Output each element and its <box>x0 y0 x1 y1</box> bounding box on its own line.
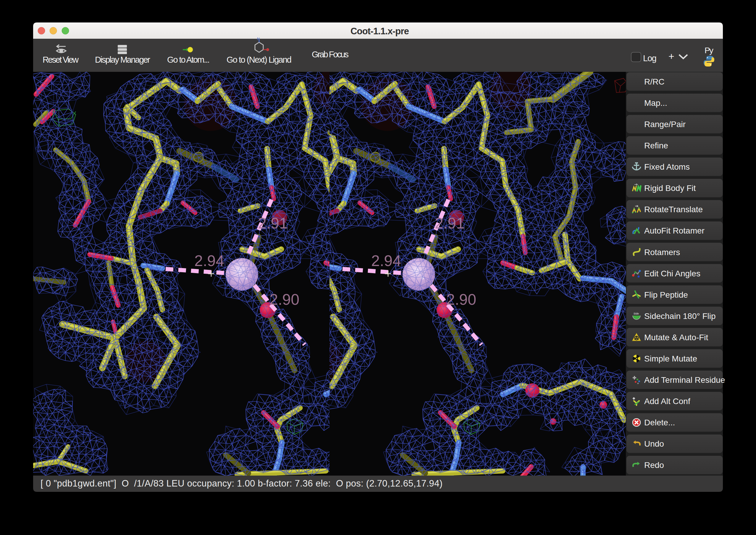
svg-text:Go to Atom...: Go to Atom... <box>167 55 210 65</box>
svg-text:[ 0 "pdb1gwd.ent"] O /1/A/83: [ 0 "pdb1gwd.ent"] O /1/A/83 LEU occupan… <box>41 478 443 489</box>
svg-text:Mutate & Auto-Fit: Mutate & Auto-Fit <box>644 333 709 342</box>
svg-text:Range/Pair: Range/Pair <box>644 120 685 129</box>
svg-text:R/RC: R/RC <box>644 77 664 86</box>
svg-text:Coot-1.1.x-pre: Coot-1.1.x-pre <box>351 26 409 36</box>
svg-text:Simple Mutate: Simple Mutate <box>644 354 697 363</box>
svg-text:N: N <box>257 37 260 41</box>
svg-text:Redo: Redo <box>644 461 664 470</box>
svg-text:Add Terminal Residue: Add Terminal Residue <box>644 375 725 384</box>
svg-text:Fixed Atoms: Fixed Atoms <box>644 162 690 171</box>
svg-text:Reset View: Reset View <box>43 55 79 65</box>
svg-text:Log: Log <box>643 53 656 63</box>
svg-text:Delete...: Delete... <box>644 418 675 427</box>
svg-text:Display Manager: Display Manager <box>95 55 150 65</box>
svg-text:RotateTranslate: RotateTranslate <box>644 205 703 214</box>
svg-text:Py: Py <box>705 46 713 55</box>
svg-text:Edit Chi Angles: Edit Chi Angles <box>644 269 700 278</box>
svg-text:Rotamers: Rotamers <box>644 248 680 257</box>
svg-text:Side: Side <box>633 312 639 315</box>
svg-text:Go to (Next) Ligand: Go to (Next) Ligand <box>226 55 292 65</box>
svg-text:Undo: Undo <box>644 439 664 448</box>
svg-text:Sidechain 180° Flip: Sidechain 180° Flip <box>644 312 716 321</box>
svg-text:Refine: Refine <box>644 141 668 150</box>
svg-text:Flip Peptide: Flip Peptide <box>644 290 688 299</box>
svg-text:Add Alt Conf: Add Alt Conf <box>644 397 690 406</box>
svg-text:+: + <box>668 50 674 62</box>
svg-text:Grab Focus: Grab Focus <box>312 50 349 59</box>
svg-text:Map...: Map... <box>644 99 667 108</box>
svg-text:AutoFit Rotamer: AutoFit Rotamer <box>644 226 705 235</box>
svg-text:Rigid Body Fit: Rigid Body Fit <box>644 183 696 193</box>
